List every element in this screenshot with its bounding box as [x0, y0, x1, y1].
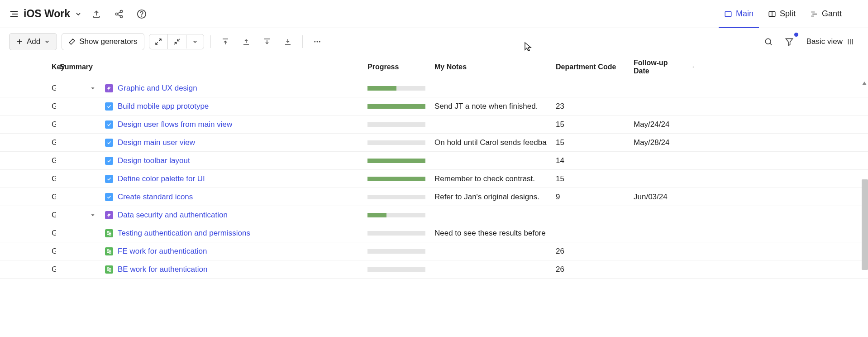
- notes-cell[interactable]: Send JT a note when finished.: [431, 102, 552, 111]
- column-header-summary[interactable]: Summary: [56, 63, 101, 71]
- svg-marker-42: [91, 87, 95, 89]
- issue-key-link[interactable]: GRAPP-42: [52, 247, 56, 255]
- progress-cell: [364, 86, 431, 91]
- issue-key-link[interactable]: GRAPP-3: [52, 84, 56, 92]
- export-button[interactable]: [88, 6, 105, 22]
- issue-summary-link[interactable]: Graphic and UX design: [118, 84, 197, 93]
- share-button[interactable]: [111, 6, 127, 22]
- svg-point-4: [120, 10, 123, 12]
- svg-line-19: [159, 39, 161, 41]
- column-header-notes[interactable]: My Notes: [431, 63, 552, 71]
- issue-summary-link[interactable]: Testing authentication and permissions: [118, 229, 250, 238]
- expand-toggle[interactable]: [90, 85, 96, 91]
- dept-cell[interactable]: 15: [552, 138, 630, 147]
- view-tab-gantt[interactable]: Gantt: [805, 5, 847, 22]
- collapse-all-button[interactable]: [167, 34, 186, 49]
- table-row[interactable]: GRAPP-41BE work for authentication26: [0, 260, 868, 279]
- follow-up-cell[interactable]: May/28/24: [630, 138, 689, 147]
- table-row[interactable]: GRAPP-43Testing authentication and permi…: [0, 224, 868, 242]
- expand-all-button[interactable]: [149, 34, 167, 49]
- move-down-button[interactable]: [259, 34, 275, 50]
- scroll-up-arrow-icon: [861, 81, 868, 86]
- notes-cell[interactable]: Remember to check contrast.: [431, 174, 552, 183]
- notes-cell[interactable]: Need to see these results before: [431, 229, 552, 238]
- show-generators-button[interactable]: Show generators: [62, 33, 144, 50]
- progress-cell: [364, 231, 431, 236]
- menu-icon: [9, 9, 19, 19]
- table-row[interactable]: GRAPP-4Data security and authentication: [0, 206, 868, 224]
- dept-cell[interactable]: 26: [552, 247, 630, 256]
- issue-summary-link[interactable]: Design user flows from main view: [118, 120, 232, 129]
- issue-key-link[interactable]: GRAPP-17: [52, 193, 56, 201]
- issue-key-link[interactable]: GRAPP-43: [52, 229, 56, 237]
- issue-key-link[interactable]: GRAPP-20: [52, 138, 56, 147]
- progress-cell: [364, 177, 431, 181]
- expand-dropdown[interactable]: [186, 35, 204, 48]
- filter-button[interactable]: [781, 34, 797, 50]
- dept-cell[interactable]: 23: [552, 102, 630, 111]
- issue-summary-link[interactable]: Build mobile app prototype: [118, 102, 209, 111]
- project-selector[interactable]: iOS Work: [9, 8, 82, 20]
- table-row[interactable]: GRAPP-17Create standard iconsRefer to Ja…: [0, 188, 868, 206]
- move-bottom-button[interactable]: [280, 34, 296, 50]
- progress-bar: [367, 213, 425, 217]
- key-cell[interactable]: GRAPP-18: [0, 174, 56, 183]
- key-cell[interactable]: GRAPP-40: [0, 102, 56, 111]
- key-cell[interactable]: GRAPP-17: [0, 193, 56, 202]
- table-row[interactable]: GRAPP-18Define color palette for UIRemem…: [0, 170, 868, 188]
- key-cell[interactable]: GRAPP-3: [0, 84, 56, 93]
- table-row[interactable]: GRAPP-3Graphic and UX design: [0, 79, 868, 97]
- expand-toggle[interactable]: [90, 212, 96, 218]
- add-button[interactable]: Add: [9, 33, 57, 50]
- progress-cell: [364, 249, 431, 254]
- issue-key-link[interactable]: GRAPP-19: [52, 156, 56, 165]
- table-row[interactable]: GRAPP-21Design user flows from main view…: [0, 116, 868, 134]
- issue-summary-link[interactable]: Create standard icons: [118, 193, 193, 202]
- scrollbar-thumb[interactable]: [862, 179, 868, 270]
- issue-key-link[interactable]: GRAPP-40: [52, 102, 56, 111]
- notes-cell[interactable]: Refer to Jan's original designs.: [431, 193, 552, 202]
- issue-summary-link[interactable]: Define color palette for UI: [118, 174, 205, 183]
- key-cell[interactable]: GRAPP-21: [0, 120, 56, 129]
- issue-key-link[interactable]: GRAPP-21: [52, 120, 56, 129]
- issue-summary-link[interactable]: FE work for authentication: [118, 247, 207, 256]
- table-row[interactable]: GRAPP-20Design main user viewOn hold unt…: [0, 134, 868, 152]
- key-cell[interactable]: GRAPP-19: [0, 156, 56, 165]
- key-cell[interactable]: GRAPP-42: [0, 247, 56, 256]
- table-row[interactable]: GRAPP-19Design toolbar layout14: [0, 152, 868, 170]
- column-header-follow[interactable]: Follow-up Date: [630, 59, 689, 75]
- table-row[interactable]: GRAPP-40Build mobile app prototypeSend J…: [0, 97, 868, 116]
- issue-key-link[interactable]: GRAPP-18: [52, 174, 56, 183]
- help-button[interactable]: [134, 6, 150, 22]
- dept-cell[interactable]: 9: [552, 193, 630, 202]
- view-tab-main[interactable]: Main: [719, 5, 759, 22]
- move-up-button[interactable]: [238, 34, 254, 50]
- issue-summary-link[interactable]: Design main user view: [118, 138, 195, 147]
- dept-cell[interactable]: 15: [552, 174, 630, 183]
- issue-key-link[interactable]: GRAPP-41: [52, 265, 56, 274]
- view-tab-split[interactable]: Split: [763, 5, 801, 22]
- issue-summary-link[interactable]: Design toolbar layout: [118, 156, 190, 165]
- key-cell[interactable]: GRAPP-41: [0, 265, 56, 274]
- follow-up-cell[interactable]: May/24/24: [630, 120, 689, 129]
- issue-summary-link[interactable]: Data security and authentication: [118, 211, 228, 220]
- dept-cell[interactable]: 14: [552, 156, 630, 165]
- issue-summary-link[interactable]: BE work for authentication: [118, 265, 207, 274]
- follow-up-cell[interactable]: Jun/03/24: [630, 193, 689, 202]
- search-button[interactable]: [760, 34, 777, 50]
- key-cell[interactable]: GRAPP-4: [0, 211, 56, 220]
- move-top-button[interactable]: [217, 34, 234, 50]
- column-header-dept[interactable]: Department Code: [552, 63, 630, 71]
- column-header-key[interactable]: Key: [0, 63, 56, 71]
- view-preset-selector[interactable]: Basic view: [802, 34, 859, 49]
- issue-key-link[interactable]: GRAPP-4: [52, 211, 56, 219]
- dept-cell[interactable]: 26: [552, 265, 630, 274]
- key-cell[interactable]: GRAPP-20: [0, 138, 56, 147]
- dept-cell[interactable]: 15: [552, 120, 630, 129]
- notes-cell[interactable]: On hold until Carol sends feedba: [431, 138, 552, 147]
- column-header-progress[interactable]: Progress: [364, 63, 431, 71]
- add-column-button[interactable]: [689, 64, 698, 70]
- key-cell[interactable]: GRAPP-43: [0, 229, 56, 238]
- table-row[interactable]: GRAPP-42FE work for authentication26: [0, 242, 868, 260]
- more-actions-button[interactable]: [309, 34, 325, 50]
